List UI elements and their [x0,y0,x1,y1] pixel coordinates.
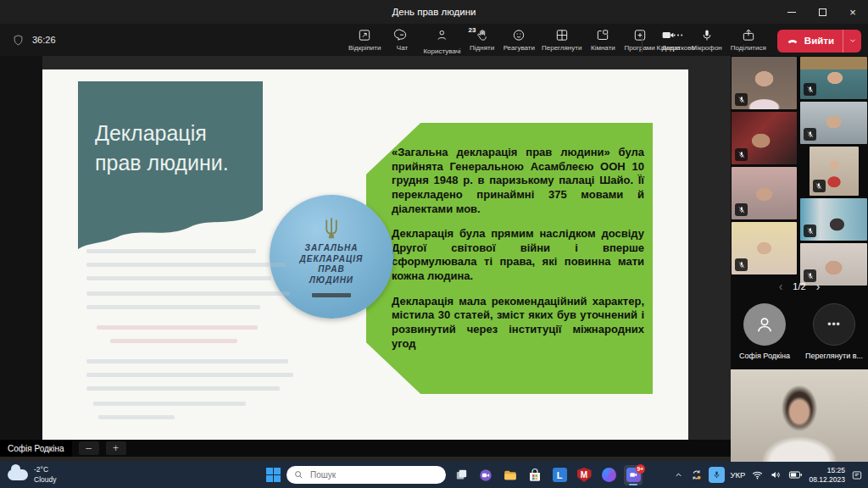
meeting-toolbar: 36:26 Відкріпити Чат 23 Користувачі Підн… [0,24,868,56]
language-indicator[interactable]: УКР [731,470,746,480]
maximize-icon [819,8,826,16]
mic-in-use-indicator[interactable] [709,467,725,483]
participant-video[interactable] [800,57,867,99]
swirl-app-button[interactable] [599,465,618,485]
lightshot-app-button[interactable]: L [550,465,569,485]
muted-mic-icon [804,83,816,96]
file-explorer-button[interactable] [501,465,520,485]
tryzub-emblem-icon [320,216,343,241]
clock-date: 08.12.2023 [809,475,845,485]
declaration-badge-title: ЗАГАЛЬНА ДЕКЛАРАЦІЯ ПРАВ ЛЮДИНИ [300,243,364,286]
weather-text: -2°C Cloudy [34,465,56,484]
maximize-button[interactable] [807,0,837,24]
swirl-app-icon [602,468,616,482]
person-icon [754,313,776,336]
unpin-button[interactable]: Відкріпити [346,25,383,53]
declaration-badge-bar [312,293,351,297]
leave-button[interactable]: Вийти [777,30,843,53]
view-label: Переглянути [542,44,581,52]
notification-count-badge: 9+ [636,464,645,474]
zoom-in-button[interactable]: + [106,441,126,455]
muted-mic-icon [813,180,826,192]
participant-video[interactable] [810,147,859,196]
presenter-video[interactable] [731,369,868,462]
participant-video[interactable] [732,167,797,219]
slide-title: Декларація прав людини. [95,119,239,178]
more-dots-icon: ••• [813,303,855,346]
view-button[interactable]: Переглянути [539,25,584,53]
weather-temp: -2°C [34,465,56,474]
presentation-slide: Декларація прав людини. «Загальна деклар… [42,69,688,440]
camera-button[interactable]: Камера [651,25,685,53]
share-left-margin [0,56,42,440]
participant-video[interactable] [800,102,867,144]
phone-hangup-icon [786,34,799,47]
muted-mic-icon [735,203,748,216]
minimize-button[interactable] [776,0,807,24]
audio-participants-row: Софія Родкіна ••• Переглянути в... [731,303,868,360]
participant-column-right [800,57,867,286]
video-call-app-icon [478,468,493,483]
share-screen-button[interactable]: Поділитися [728,25,769,53]
microsoft-store-button[interactable] [526,465,544,485]
desktop: День прав людини × 36:26 Відкріпити Чат [0,0,868,488]
chat-icon [394,28,409,42]
participant-video[interactable] [732,57,797,109]
windows-taskbar: -2°C Cloudy L [0,462,868,488]
chat-button[interactable]: Чат [385,25,419,53]
participants-icon [435,28,450,42]
share-footer-bar: Софія Родкіна – + [0,440,731,457]
close-button[interactable]: × [837,0,868,24]
shared-screen-area: Декларація прав людини. «Загальна деклар… [0,56,731,462]
microphone-button[interactable]: Мікрофон [688,25,724,53]
leave-split-button: Вийти [777,30,861,53]
start-button[interactable] [266,468,281,482]
leave-options-button[interactable] [843,30,861,53]
zoom-out-button[interactable]: – [79,441,99,455]
muted-mic-icon [735,93,748,106]
system-tray: УКР 15:25 08.12.2023 [673,462,863,488]
react-label: Реагувати [504,44,535,52]
page-prev-button[interactable]: ‹ [779,280,783,293]
camera-label: Камера [656,44,680,52]
participants-pagination: ‹ 1/2 › [731,280,868,293]
video-call-app-button[interactable] [476,465,495,485]
task-view-button[interactable] [452,465,470,485]
window-titlebar: День прав людини × [0,0,868,24]
taskbar-clock[interactable]: 15:25 08.12.2023 [809,466,845,484]
raise-hand-label: Підняти [470,44,494,52]
window-controls: × [776,0,868,24]
participant-video[interactable] [732,112,797,164]
slide-paragraph-2: Декларація була прямим наслідком досвіду… [392,227,644,284]
battery-icon[interactable] [788,469,803,481]
participant-video[interactable] [732,222,797,274]
view-more-item[interactable]: ••• Переглянути в... [806,303,862,360]
weather-widget[interactable]: -2°C Cloudy [8,462,56,488]
muted-mic-icon [735,258,748,271]
react-button[interactable]: Реагувати [501,25,537,53]
lightshot-app-icon: L [553,468,567,482]
muted-mic-icon [804,225,816,237]
volume-icon[interactable] [770,469,782,481]
participants-button[interactable]: 23 Користувачі [420,25,463,57]
presenter-name-tag: Софія Родкіна [0,440,72,457]
wifi-icon[interactable] [751,469,764,481]
taskbar-center: L M 9+ [266,462,643,488]
notification-center-icon[interactable] [851,469,863,481]
slide-paragraph-1: «Загальна декларація прав людини» була п… [392,146,644,216]
taskbar-search[interactable] [287,466,446,484]
tray-chevron-up-icon[interactable] [673,469,684,480]
sync-status-icon[interactable] [690,469,703,481]
page-next-button[interactable]: › [816,280,821,293]
mcafee-button[interactable]: M [575,465,593,485]
slide-paragraph-3: Декларація мала рекомендаційний характер… [392,295,644,352]
search-input[interactable] [309,469,427,480]
leave-label: Вийти [804,36,834,46]
meeting-app-button[interactable]: 9+ [624,465,643,485]
view-more-label: Переглянути в... [805,352,863,360]
participant-video[interactable] [800,198,867,241]
host-avatar-item[interactable]: Софія Родкіна [737,303,793,360]
clock-time: 15:25 [809,466,845,475]
cloud-icon [8,469,28,480]
rooms-button[interactable]: Кімнати [586,25,620,53]
